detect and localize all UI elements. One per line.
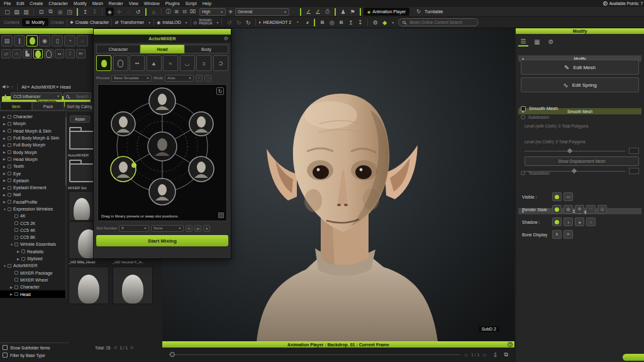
menu-item[interactable]: View: [129, 1, 138, 6]
part-mouth-icon[interactable]: ≈: [163, 55, 178, 71]
tree-item[interactable]: ▶ Head Shape: [0, 298, 65, 299]
bridge-b2-icon[interactable]: B: [337, 18, 345, 26]
headshot-button[interactable]: ◐ HEADSHOT 2 ◔ ◕: [258, 18, 311, 26]
corner-indicator[interactable]: [623, 354, 644, 361]
download-icon[interactable]: ↧: [91, 8, 99, 16]
fit-view-icon[interactable]: ⌧: [189, 8, 196, 16]
breadcrumb-mid[interactable]: ActorMIXER: [31, 85, 56, 89]
wheel-node-top[interactable]: [149, 88, 175, 114]
wheel-node-lower-right[interactable]: [189, 156, 214, 182]
wheel-node-center[interactable]: [148, 132, 177, 161]
info-icon[interactable]: ⓘ: [165, 8, 172, 16]
show-subfolder-checkbox[interactable]: Show Subfolder Items: [3, 345, 67, 350]
skingen-button[interactable]: ◇ SKINGEN PREMIUM ▼: [194, 19, 219, 25]
lock-camera-icon[interactable]: ▫: [290, 8, 297, 16]
tree-item[interactable]: ▶ Head Morph: [0, 156, 65, 163]
tree-item[interactable]: ▶ Character: [0, 113, 65, 120]
part-eyes-icon[interactable]: ••: [130, 55, 145, 71]
actormixer-settings-icon[interactable]: ⚙: [224, 36, 228, 41]
frame-next-icon[interactable]: ▷: [484, 353, 487, 358]
tree-item[interactable]: ▶ Nail: [0, 191, 65, 198]
shoe-tab-icon[interactable]: ▱: [1, 49, 11, 58]
tree-item[interactable]: CC5 4K: [0, 227, 65, 234]
rotate-tool-icon[interactable]: ◌: [125, 8, 133, 16]
page-prev-icon[interactable]: ◁: [113, 345, 116, 350]
angle-a-icon[interactable]: ∠: [304, 8, 313, 16]
snapshot-icon[interactable]: ⧉: [504, 351, 508, 358]
tree-item[interactable]: ▼ Wrinkle Essentials: [0, 241, 65, 248]
render-points-icon[interactable]: ✣: [575, 205, 584, 214]
boot-tab-icon[interactable]: ▙: [23, 49, 32, 58]
redo2-icon[interactable]: ↻: [235, 18, 243, 26]
render-xray-icon[interactable]: ◎: [597, 205, 607, 214]
menu-item[interactable]: Edit: [16, 1, 24, 6]
tree-item[interactable]: ▶ Realistic: [0, 248, 65, 255]
visible-on-icon[interactable]: [552, 192, 562, 201]
menu-item[interactable]: Script: [186, 1, 197, 6]
menu-item[interactable]: Create: [30, 1, 43, 6]
actormixer-titlebar[interactable]: ActorMIXER ⚙: [94, 35, 231, 43]
attributes-tab-icon[interactable]: ☰: [518, 37, 528, 47]
shadow-cast-icon[interactable]: [552, 217, 562, 226]
timeline-track[interactable]: [169, 354, 460, 355]
head-preset-item[interactable]: [112, 266, 153, 305]
flag-icon[interactable]: ⚑: [348, 8, 357, 16]
settings-tab-icon[interactable]: ⚙: [546, 37, 556, 47]
back-icon[interactable]: ◀: [2, 84, 5, 89]
tree-item[interactable]: ▼ ActorMIXER: [0, 262, 65, 269]
slot-extra-dropdown[interactable]: None▼: [151, 225, 184, 232]
shadow-receive-icon[interactable]: ◖: [564, 217, 573, 226]
upload-icon[interactable]: ↥: [81, 8, 89, 16]
shadow-off-icon[interactable]: ○: [586, 217, 596, 226]
camera-dropdown[interactable]: General▼: [235, 8, 289, 16]
content-store-icon[interactable]: ◆: [380, 18, 389, 26]
head-tab-icon[interactable]: [26, 35, 38, 47]
wheel-node-lower-left-active[interactable]: [111, 156, 136, 182]
actormixer-tab[interactable]: Body: [184, 45, 228, 53]
bottle-tab-icon[interactable]: ⌷: [65, 49, 75, 58]
tree-item[interactable]: ▶ Teeth: [0, 163, 65, 170]
edit-spring-button[interactable]: ∿ Edit Spring: [521, 77, 639, 92]
animation-bar-header[interactable]: Animation Player : Backdrop_01 : Current…: [162, 341, 514, 348]
tree-item[interactable]: ▶ Full Body Morph & Skin: [0, 134, 65, 141]
wheel-refresh-icon[interactable]: ↻: [216, 87, 224, 95]
edit-mesh-button[interactable]: ✎ Edit Mesh: [521, 60, 639, 75]
new-project-icon[interactable]: ▢: [3, 8, 11, 16]
actormixer-tab[interactable]: Head: [140, 45, 184, 53]
tree-item[interactable]: ▶ Head Morph & Skin: [0, 128, 65, 134]
tree-item[interactable]: ▶ Eyelash: [0, 177, 65, 184]
eyes-tab-icon[interactable]: ••: [55, 49, 64, 58]
actormixer-green-cap[interactable]: [94, 29, 231, 35]
mixer-wheel-area[interactable]: ↻ Drag in library presets or swap slot p…: [97, 84, 227, 221]
select-tool-icon[interactable]: ◈: [106, 8, 114, 16]
tab-content-mode[interactable]: Content: [4, 20, 19, 25]
preview-dropdown[interactable]: Base Template▼: [111, 75, 152, 82]
frame-all-icon[interactable]: ⊞: [173, 8, 180, 16]
subdivision-radio[interactable]: Subdivision: [521, 115, 639, 119]
goz-icon[interactable]: ◳: [65, 8, 74, 16]
create-character-button[interactable]: ✚ Create Character: [70, 20, 109, 25]
angle-b-icon[interactable]: ∠: [314, 8, 322, 16]
menu-item[interactable]: Window: [144, 1, 160, 6]
tab-modify-mode[interactable]: ⊞ Modify: [22, 18, 48, 26]
menu-item[interactable]: Character: [48, 1, 68, 6]
up-icon[interactable]: ↑: [11, 85, 14, 89]
tree-item[interactable]: ▶ FacialProfile: [0, 199, 65, 206]
import-icon[interactable]: ⊡: [37, 8, 45, 16]
light-icon[interactable]: ✳: [226, 8, 235, 16]
tab-pack[interactable]: Pack: [32, 102, 64, 111]
slider1[interactable]: [525, 149, 639, 153]
menu-item[interactable]: Render: [109, 1, 123, 6]
part-nose-icon[interactable]: ▲: [147, 55, 162, 71]
render-shaded-icon[interactable]: [552, 205, 562, 214]
tree-item[interactable]: ▶ Head: [0, 290, 65, 297]
dial-tab-icon[interactable]: ◔: [64, 35, 75, 47]
cloud-download-icon[interactable]: ⇩: [493, 352, 498, 358]
project-tab-icon[interactable]: ▤: [1, 35, 13, 47]
export-icon[interactable]: ⧉: [47, 8, 55, 16]
settings-gear-icon[interactable]: ⚙: [371, 18, 379, 26]
grid-item[interactable]: MIXER Set: [68, 158, 96, 190]
instalod-button[interactable]: ◉ InstaLOD▼: [157, 20, 188, 25]
send-down-icon[interactable]: ↧: [356, 18, 364, 26]
move-tool-icon[interactable]: ✛: [115, 8, 123, 16]
